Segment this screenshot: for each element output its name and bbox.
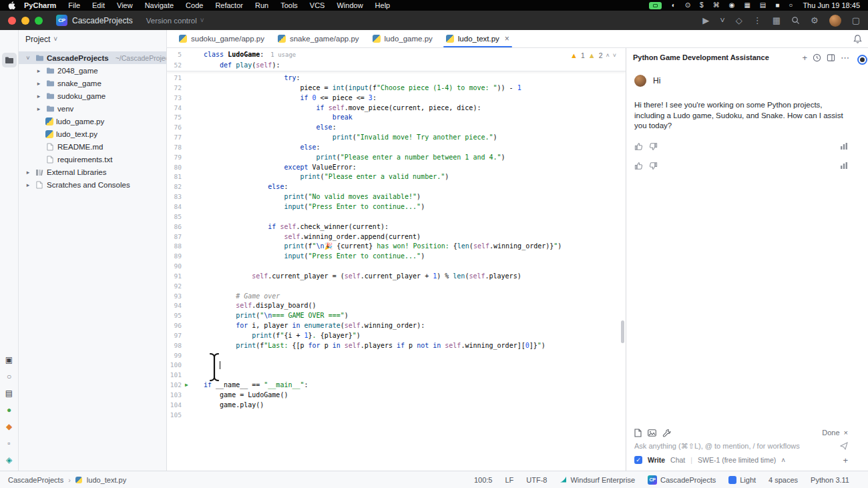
inspections-widget[interactable]: ▲1 ▲2 ˄ ˅ (570, 51, 616, 59)
code-line-82[interactable]: 82else: (167, 182, 626, 192)
code-line-73[interactable]: 73if 0 <= piece <= 3: (167, 93, 626, 103)
write-mode-label[interactable]: Write (648, 456, 665, 464)
project-tool-icon[interactable] (2, 53, 17, 67)
stats-icon[interactable] (840, 162, 848, 170)
menu-help[interactable]: Help (369, 1, 397, 9)
attach-image-icon[interactable] (648, 429, 656, 437)
tree-item-README.md[interactable]: README.md (19, 140, 166, 153)
tree-item-CascadeProjects[interactable]: ˅CascadeProjects~/CascadeProjects (19, 51, 166, 64)
vcs-widget[interactable]: Version control ˅ (146, 17, 204, 25)
thumbs-down-icon[interactable] (649, 142, 658, 151)
code-line-71[interactable]: 71try: (167, 73, 626, 83)
python-console-tool-icon[interactable]: ◈ (6, 456, 12, 464)
search-everywhere-icon[interactable] (791, 16, 800, 25)
menubar-status-icon[interactable]: ⊙ (685, 2, 690, 9)
thumbs-up-icon[interactable] (634, 162, 643, 170)
close-tab-icon[interactable]: × (505, 34, 509, 43)
menu-tools[interactable]: Tools (274, 1, 304, 9)
thumbs-up-icon[interactable] (634, 142, 643, 151)
close-window-button[interactable] (8, 17, 16, 25)
tree-item-sudoku_game[interactable]: ▸sudoku_game (19, 89, 166, 102)
project-widget[interactable]: CP CascadeProjects (52, 13, 137, 28)
code-line-76[interactable]: 76else: (167, 123, 626, 133)
next-problem-icon[interactable]: ˅ (613, 52, 616, 59)
status-project-interpreter[interactable]: CPCascadeProjects (648, 475, 716, 485)
debug-icon[interactable]: ◇ (736, 16, 742, 25)
code-line-78[interactable]: 78else: (167, 143, 626, 153)
close-icon[interactable]: × (844, 429, 848, 437)
tools-icon[interactable] (662, 429, 671, 437)
layout-icon[interactable]: ▦ (773, 16, 781, 25)
status-indent[interactable]: 4 spaces (769, 476, 798, 484)
terminal-tool-icon[interactable]: ▫ (7, 439, 10, 447)
code-line-83[interactable]: 83print("No valid moves available!") (167, 192, 626, 202)
menu-navigate[interactable]: Navigate (139, 1, 180, 9)
code-line-90[interactable]: 90 (167, 262, 626, 272)
menubar-status-icon[interactable]: ⌘ (713, 2, 720, 9)
chat-mode-label[interactable]: Chat (670, 456, 685, 464)
menu-pycharm[interactable]: PyCharm (18, 1, 62, 9)
menu-file[interactable]: File (62, 1, 86, 9)
code-line-105[interactable]: 105 (167, 411, 626, 421)
run-options-chevron-icon[interactable]: ˅ (720, 16, 725, 25)
menu-refactor[interactable]: Refactor (209, 1, 249, 9)
code-line-75[interactable]: 75break (167, 113, 626, 123)
code-line-88[interactable]: 88print(f"\n🎉 {current} has won! Positio… (167, 242, 626, 252)
thumbs-down-icon[interactable] (649, 162, 658, 170)
run-gutter-icon[interactable]: ▶ (185, 381, 188, 391)
tab-ludo_game.py[interactable]: ludo_game.py (366, 30, 439, 47)
tab-sudoku_game/app.py[interactable]: sudoku_game/app.py (172, 30, 271, 47)
chevron-icon[interactable]: ˅ (24, 55, 32, 61)
tree-item-2048_game[interactable]: ▸2048_game (19, 64, 166, 77)
send-icon[interactable] (840, 442, 848, 450)
chevron-icon[interactable]: ▸ (35, 105, 43, 112)
model-selector[interactable]: SWE-1 (free limited time) (698, 456, 776, 464)
menu-run[interactable]: Run (249, 1, 274, 9)
code-line-72[interactable]: 72piece = int(input(f"Choose piece (1-4)… (167, 83, 626, 93)
menu-view[interactable]: View (111, 1, 139, 9)
menubar-status-icon[interactable]: ◐ (672, 2, 676, 9)
chevron-icon[interactable]: ▸ (35, 67, 43, 74)
tree-item-requirements.txt[interactable]: requirements.txt (19, 153, 166, 166)
status-encoding[interactable]: UTF-8 (526, 476, 547, 484)
plugin-tool-icon-green[interactable]: ● (7, 406, 11, 414)
menu-window[interactable]: Window (331, 1, 369, 9)
code-line-92[interactable]: 92 (167, 282, 626, 292)
breadcrumb-project[interactable]: CascadeProjects (8, 476, 63, 484)
code-line-101[interactable]: 101 (167, 371, 626, 381)
settings-icon[interactable]: ⚙ (811, 16, 819, 25)
tab-ludo_text.py[interactable]: ludo_text.py× (439, 30, 516, 47)
code-line-5[interactable]: 5class LudoGame:1 usage (167, 49, 626, 60)
status-windsurf-enterprise[interactable]: Windsurf Enterprise (560, 476, 635, 484)
notifications-icon[interactable] (853, 30, 868, 47)
menubar-status-icon[interactable]: ◉ (729, 2, 735, 9)
code-line-52[interactable]: 52def play(self): (167, 60, 626, 71)
code-line-98[interactable]: 98print(f"Last: {[p for p in self.player… (167, 341, 626, 351)
prev-problem-icon[interactable]: ˄ (606, 52, 609, 59)
code-line-99[interactable]: 99 (167, 351, 626, 361)
code-line-100[interactable]: 100 (167, 360, 626, 371)
structure-tool-icon[interactable]: ○ (7, 373, 11, 381)
tool-windows-icon[interactable]: ▢ (852, 16, 860, 25)
status-line-ending[interactable]: LF (505, 476, 513, 484)
more-options-icon[interactable]: ⋯ (841, 53, 849, 62)
code-line-96[interactable]: 96for i, player in enumerate(self.winnin… (167, 321, 626, 331)
fullscreen-window-button[interactable] (35, 17, 43, 25)
tree-item-ludo_game.py[interactable]: ludo_game.py (19, 115, 166, 128)
code-line-91[interactable]: 91self.current_player = (self.current_pl… (167, 272, 626, 282)
code-line-94[interactable]: 94self.display_board() (167, 301, 626, 311)
code-line-77[interactable]: 77print("Invalid move! Try another piece… (167, 133, 626, 143)
tree-item-Scratches and Consoles[interactable]: ▸Scratches and Consoles (19, 178, 166, 191)
menubar-status-icon[interactable]: $ (700, 2, 704, 9)
code-line-84[interactable]: 84input("Press Enter to continue...") (167, 202, 626, 212)
services-tool-icon[interactable]: ▤ (5, 389, 13, 397)
user-avatar[interactable] (829, 15, 841, 27)
menubar-status-icon[interactable]: ▤ (760, 2, 766, 9)
code-line-95[interactable]: 95print("\n=== GAME OVER ===") (167, 311, 626, 321)
plugin-tool-icon-orange[interactable]: ◆ (6, 423, 12, 431)
chevron-icon[interactable]: ▸ (35, 93, 43, 99)
menu-code[interactable]: Code (180, 1, 209, 9)
history-icon[interactable] (813, 53, 821, 62)
commit-tool-icon[interactable]: ▣ (5, 356, 13, 364)
code-line-89[interactable]: 89input("Press Enter to continue...") (167, 252, 626, 262)
